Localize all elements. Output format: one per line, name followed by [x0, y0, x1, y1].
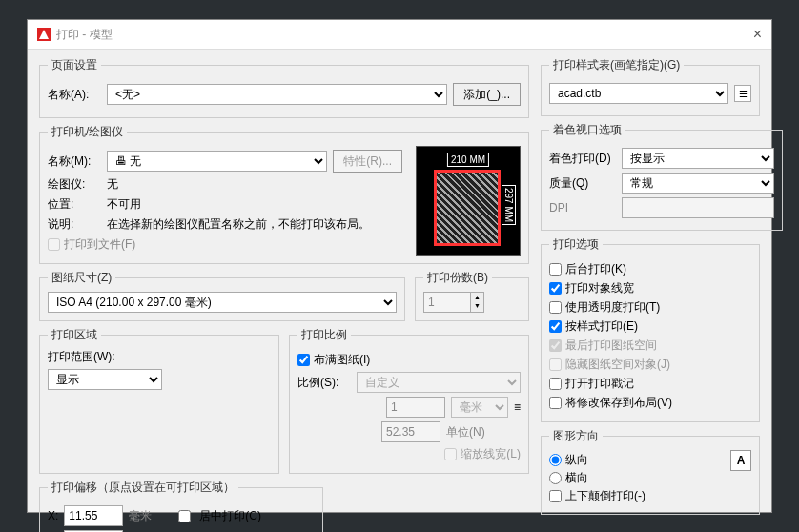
plot-dialog: 打印 - 模型 × 页面设置 名称(A): <无> 添加(_)... 打印机/绘…	[27, 19, 772, 513]
paper-size-select[interactable]: ISO A4 (210.00 x 297.00 毫米)	[48, 292, 397, 313]
opt-background-label: 后台打印(K)	[565, 261, 626, 277]
opt-stamp-label: 打开打印戳记	[565, 376, 634, 392]
offset-x-unit: 毫米	[129, 508, 152, 524]
style-table-legend: 打印样式表(画笔指定)(G)	[549, 57, 684, 73]
opt-hide-paperspace-label: 隐藏图纸空间对象(J)	[565, 357, 670, 373]
scale-lineweights-checkbox	[444, 448, 457, 460]
preview-width-label: 210 MM	[447, 153, 489, 167]
opt-paperspace-last-checkbox	[549, 339, 562, 352]
quality-label: 质量(Q)	[549, 175, 616, 192]
plot-what-select[interactable]: 显示	[48, 369, 162, 390]
preview-sheet-icon	[434, 170, 501, 246]
style-table-group: 打印样式表(画笔指定)(G) acad.ctb ☰	[541, 57, 760, 116]
opt-transparency-label: 使用透明度打印(T)	[565, 299, 660, 316]
landscape-radio[interactable]	[549, 472, 562, 484]
paper-size-legend: 图纸尺寸(Z)	[48, 270, 115, 286]
plot-options-legend: 打印选项	[549, 236, 603, 253]
opt-hide-paperspace-checkbox	[549, 358, 562, 371]
page-name-label: 名称(A):	[48, 87, 101, 103]
page-name-select[interactable]: <无>	[107, 84, 447, 105]
plot-options-group: 打印选项 后台打印(K) 打印对象线宽 使用透明度打印(T) 按样式打印(E) …	[541, 236, 760, 422]
preview-height-label: 297 MM	[502, 185, 516, 225]
add-page-setup-button[interactable]: 添加(_)...	[453, 83, 521, 106]
opt-transparency-checkbox[interactable]	[549, 301, 562, 314]
app-logo-icon	[37, 28, 51, 41]
plot-area-legend: 打印区域	[48, 327, 101, 343]
landscape-label: 横向	[565, 470, 588, 486]
page-setup-group: 页面设置 名称(A): <无> 添加(_)...	[39, 57, 529, 118]
upside-down-checkbox[interactable]	[549, 490, 562, 502]
scale-select: 自定义	[357, 372, 521, 393]
desc-value: 在选择新的绘图仪配置名称之前，不能打印该布局。	[107, 216, 370, 233]
scale-unit-select: 毫米	[451, 397, 508, 418]
where-label: 位置:	[48, 196, 101, 213]
drawing-units-label: 单位(N)	[446, 424, 521, 440]
plot-area-group: 打印区域 打印范围(W): 显示	[39, 327, 279, 474]
offset-x-label: X:	[48, 509, 58, 522]
portrait-label: 纵向	[565, 452, 588, 468]
portrait-radio[interactable]	[549, 454, 562, 466]
plot-offset-group: 打印偏移（原点设置在可打印区域） X: 毫米 居中打印(C) Y: 毫米	[39, 480, 323, 532]
shade-plot-label: 着色打印(D)	[549, 151, 616, 167]
print-to-file-label: 打印到文件(F)	[64, 236, 135, 253]
orientation-icon: A	[730, 450, 751, 471]
plot-scale-group: 打印比例 布满图纸(I) 比例(S): 自定义 毫米 ≡ 单位(N)	[289, 327, 529, 474]
scale-lineweights-label: 缩放线宽(L)	[461, 446, 521, 462]
quality-select[interactable]: 常规	[622, 173, 774, 194]
opt-background-checkbox[interactable]	[549, 263, 562, 276]
scale-equals-label: ≡	[514, 400, 521, 414]
plot-what-label: 打印范围(W):	[48, 349, 271, 365]
copies-input	[423, 292, 471, 313]
dpi-input	[622, 197, 774, 218]
printer-name-select[interactable]: 🖶 无	[107, 151, 327, 172]
copies-legend: 打印份数(B)	[423, 270, 492, 286]
plotter-label: 绘图仪:	[48, 176, 101, 193]
opt-stamp-checkbox[interactable]	[549, 378, 562, 390]
opt-paperspace-last-label: 最后打印图纸空间	[565, 338, 657, 354]
shaded-viewport-legend: 着色视口选项	[549, 122, 625, 138]
titlebar: 打印 - 模型 ×	[28, 20, 771, 50]
printer-group: 打印机/绘图仪 名称(M): 🖶 无 特性(R)... 绘图仪:无 位置:不可用…	[39, 124, 529, 264]
printer-legend: 打印机/绘图仪	[48, 124, 127, 140]
paper-preview: 210 MM 297 MM	[416, 146, 521, 256]
shaded-viewport-group: 着色视口选项 着色打印(D)按显示 质量(Q)常规 DPI	[541, 122, 783, 231]
print-to-file-checkbox	[48, 238, 60, 251]
plotter-value: 无	[107, 176, 118, 193]
opt-styles-label: 按样式打印(E)	[565, 318, 638, 335]
style-table-select[interactable]: acad.ctb	[549, 83, 728, 104]
orientation-group: 图形方向 纵向 横向 上下颠倒打印(-) A	[541, 428, 760, 515]
scale-unit-input	[386, 397, 445, 418]
upside-down-label: 上下颠倒打印(-)	[565, 488, 645, 504]
close-icon[interactable]: ×	[753, 26, 762, 43]
plot-offset-legend: 打印偏移（原点设置在可打印区域）	[48, 480, 238, 496]
copies-spinner[interactable]: ▲▼	[423, 292, 521, 313]
desc-label: 说明:	[48, 216, 101, 233]
window-title: 打印 - 模型	[56, 27, 113, 43]
opt-save-changes-label: 将修改保存到布局(V)	[565, 395, 672, 411]
scale-label: 比例(S):	[297, 375, 351, 391]
copies-group: 打印份数(B) ▲▼	[415, 270, 529, 321]
opt-save-changes-checkbox[interactable]	[549, 397, 562, 409]
printer-properties-button: 特性(R)...	[333, 150, 402, 173]
printer-name-label: 名称(M):	[48, 153, 101, 170]
fit-to-paper-checkbox[interactable]	[297, 354, 310, 366]
opt-lineweights-label: 打印对象线宽	[565, 280, 634, 297]
plot-scale-legend: 打印比例	[297, 327, 351, 343]
copies-up-icon: ▲	[471, 293, 483, 301]
offset-x-input[interactable]	[64, 505, 123, 526]
page-setup-legend: 页面设置	[48, 57, 101, 73]
paper-size-group: 图纸尺寸(Z) ISO A4 (210.00 x 297.00 毫米)	[39, 270, 405, 321]
dpi-label: DPI	[549, 201, 616, 215]
copies-down-icon: ▼	[471, 301, 483, 310]
orientation-legend: 图形方向	[549, 428, 603, 444]
shade-plot-select[interactable]: 按显示	[622, 148, 774, 169]
center-plot-label: 居中打印(C)	[199, 508, 261, 524]
drawing-units-input	[381, 421, 440, 442]
opt-styles-checkbox[interactable]	[549, 320, 562, 333]
style-table-edit-icon[interactable]: ☰	[734, 85, 751, 102]
where-value: 不可用	[107, 196, 141, 213]
center-plot-checkbox[interactable]	[178, 510, 191, 522]
opt-lineweights-checkbox[interactable]	[549, 282, 562, 295]
fit-to-paper-label: 布满图纸(I)	[314, 352, 370, 368]
